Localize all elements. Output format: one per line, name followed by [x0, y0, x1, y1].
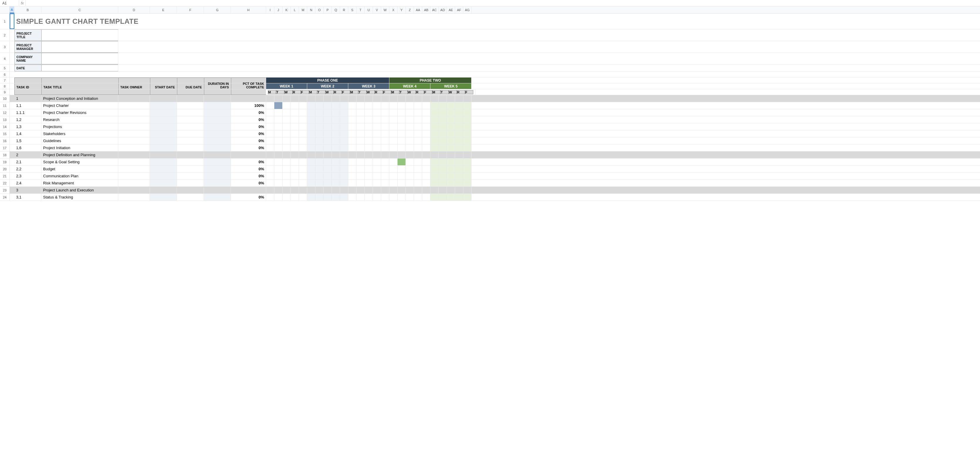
gantt-day-cell[interactable] — [291, 123, 299, 130]
cell[interactable] — [10, 78, 14, 83]
cell[interactable] — [10, 41, 14, 53]
fx-icon[interactable]: fx — [19, 0, 26, 6]
task-row[interactable]: 1Project Conception and Initiation — [10, 95, 980, 102]
duration-cell[interactable] — [204, 123, 231, 130]
gantt-day-cell[interactable] — [356, 166, 365, 172]
gantt-day-cell[interactable] — [447, 152, 455, 158]
gantt-day-cell[interactable] — [332, 102, 340, 109]
gantt-day-cell[interactable] — [447, 116, 455, 123]
gantt-day-cell[interactable] — [307, 172, 315, 179]
gantt-day-cell[interactable] — [414, 109, 422, 116]
task-row[interactable]: 1,5Guidelines0% — [10, 137, 980, 144]
day-header[interactable]: R — [293, 90, 301, 94]
task-title-cell[interactable]: Research — [41, 116, 118, 123]
gantt-day-cell[interactable] — [365, 95, 373, 102]
day-header[interactable]: T — [276, 90, 284, 94]
gantt-day-cell[interactable] — [365, 194, 373, 201]
gantt-day-cell[interactable] — [356, 180, 365, 187]
gantt-day-cell[interactable] — [398, 158, 406, 165]
start-date-cell[interactable] — [150, 123, 177, 130]
column-header[interactable]: D — [118, 6, 150, 13]
gantt-day-cell[interactable] — [332, 166, 340, 172]
week-2-header[interactable]: WEEK 2 — [307, 83, 348, 89]
gantt-day-cell[interactable] — [266, 172, 274, 179]
gantt-day-cell[interactable] — [463, 172, 471, 179]
gantt-day-cell[interactable] — [274, 152, 283, 158]
gantt-day-cell[interactable] — [447, 123, 455, 130]
gantt-day-cell[interactable] — [447, 137, 455, 144]
pct-cell[interactable]: 0% — [231, 123, 266, 130]
duration-cell[interactable] — [204, 194, 231, 201]
gantt-day-cell[interactable] — [373, 123, 381, 130]
gantt-day-cell[interactable] — [348, 116, 356, 123]
cell[interactable] — [10, 166, 14, 172]
duration-cell[interactable] — [204, 180, 231, 187]
gantt-day-cell[interactable] — [340, 187, 348, 193]
gantt-day-cell[interactable] — [340, 194, 348, 201]
column-header[interactable]: N — [307, 6, 315, 13]
gantt-day-cell[interactable] — [356, 187, 365, 193]
gantt-day-cell[interactable] — [307, 158, 315, 165]
gantt-day-cell[interactable] — [283, 102, 291, 109]
gantt-day-cell[interactable] — [324, 158, 332, 165]
gantt-day-cell[interactable] — [299, 109, 307, 116]
start-date-cell[interactable] — [150, 95, 177, 102]
gantt-day-cell[interactable] — [439, 180, 447, 187]
cell[interactable] — [10, 83, 14, 89]
gantt-day-cell[interactable] — [365, 109, 373, 116]
gantt-day-cell[interactable] — [389, 166, 398, 172]
gantt-day-cell[interactable] — [332, 109, 340, 116]
duration-cell[interactable] — [204, 137, 231, 144]
row-number[interactable]: 20 — [0, 166, 10, 172]
gantt-day-cell[interactable] — [340, 166, 348, 172]
gantt-day-cell[interactable] — [447, 180, 455, 187]
task-id-cell[interactable]: 1,1 — [14, 102, 41, 109]
start-date-cell[interactable] — [150, 187, 177, 193]
gantt-day-cell[interactable] — [381, 172, 389, 179]
task-title-cell[interactable]: Project Initiation — [41, 144, 118, 151]
gantt-day-cell[interactable] — [373, 144, 381, 151]
gantt-day-cell[interactable] — [430, 123, 439, 130]
gantt-day-cell[interactable] — [348, 109, 356, 116]
due-date-cell[interactable] — [177, 123, 204, 130]
gantt-day-cell[interactable] — [332, 144, 340, 151]
column-header[interactable]: K — [283, 6, 291, 13]
gantt-day-cell[interactable] — [389, 109, 398, 116]
gantt-day-cell[interactable] — [455, 158, 463, 165]
gantt-day-cell[interactable] — [266, 137, 274, 144]
task-owner-cell[interactable] — [118, 152, 150, 158]
task-row[interactable]: 2,2Budget0% — [10, 166, 980, 172]
cell[interactable] — [10, 29, 14, 41]
gantt-day-cell[interactable] — [340, 158, 348, 165]
row-number[interactable]: 4 — [0, 53, 10, 65]
duration-cell[interactable] — [204, 187, 231, 193]
gantt-day-cell[interactable] — [430, 109, 439, 116]
gantt-day-cell[interactable] — [365, 152, 373, 158]
gantt-day-cell[interactable] — [455, 187, 463, 193]
start-date-cell[interactable] — [150, 166, 177, 172]
gantt-day-cell[interactable] — [365, 144, 373, 151]
gantt-day-cell[interactable] — [389, 137, 398, 144]
due-date-cell[interactable] — [177, 180, 204, 187]
gantt-day-cell[interactable] — [381, 130, 389, 137]
gantt-day-cell[interactable] — [356, 116, 365, 123]
gantt-day-cell[interactable] — [348, 102, 356, 109]
duration-cell[interactable] — [204, 116, 231, 123]
gantt-day-cell[interactable] — [365, 123, 373, 130]
start-date-cell[interactable] — [150, 130, 177, 137]
task-id-cell[interactable]: 2,2 — [14, 166, 41, 172]
task-owner-cell[interactable] — [118, 144, 150, 151]
task-owner-cell[interactable] — [118, 137, 150, 144]
gantt-day-cell[interactable] — [373, 172, 381, 179]
task-id-cell[interactable]: 1,4 — [14, 130, 41, 137]
gantt-day-cell[interactable] — [373, 180, 381, 187]
task-row[interactable]: 1,4Stakeholders0% — [10, 130, 980, 137]
pct-cell[interactable]: 0% — [231, 172, 266, 179]
gantt-day-cell[interactable] — [430, 166, 439, 172]
pct-header[interactable]: PCT OF TASK COMPLETE — [231, 83, 266, 89]
column-header[interactable]: G — [204, 6, 231, 13]
day-header[interactable]: F — [301, 90, 309, 94]
task-owner-header[interactable]: TASK OWNER — [118, 83, 150, 89]
row-number[interactable]: 15 — [0, 130, 10, 137]
gantt-day-cell[interactable] — [373, 95, 381, 102]
